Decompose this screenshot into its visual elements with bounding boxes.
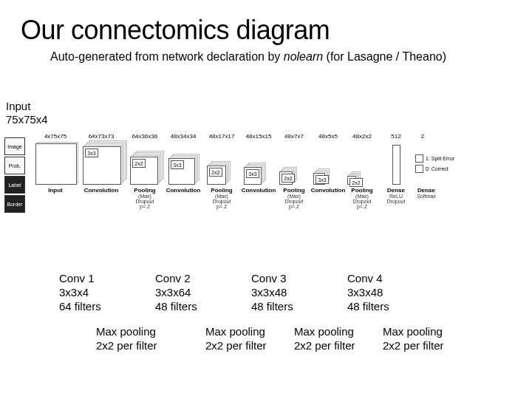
layer-stack bbox=[31, 142, 80, 185]
layer-convolution: 64x73x733x3Convolution bbox=[78, 133, 124, 194]
input-chip: Border bbox=[4, 195, 25, 213]
layer-dims: 48x2x2 bbox=[343, 133, 381, 140]
annotation-conv: Conv 23x3x6448 filters bbox=[155, 272, 197, 313]
layer-name: Dense bbox=[415, 187, 437, 194]
layer-hint: (Max) bbox=[275, 194, 313, 199]
layer-hint: ReLU bbox=[381, 194, 411, 199]
output-box bbox=[415, 154, 423, 163]
layer-stack: 3x3 bbox=[239, 142, 278, 185]
layer-name: Input bbox=[31, 187, 80, 194]
layer-name: Dense bbox=[381, 187, 411, 194]
layer-name: Convolution bbox=[78, 187, 124, 194]
layer-hint: p=.2 bbox=[202, 204, 241, 209]
layer-hint: Dropout bbox=[202, 199, 241, 204]
layer-input: 4x75x75Input bbox=[31, 133, 80, 194]
kernel-size: 2x2 bbox=[132, 159, 146, 168]
layer-dims: 48x34x34 bbox=[164, 133, 202, 140]
layer-hint: p=.2 bbox=[126, 204, 164, 209]
dense-bar bbox=[392, 145, 400, 185]
layer-hint: p=.2 bbox=[343, 204, 381, 209]
layer-pooling: 64x36x362x2Pooling(Max)Dropoutp=.2 bbox=[126, 133, 164, 209]
layer-convolution: 48x5x53x3Convolution bbox=[309, 133, 347, 194]
layer-dims: 512 bbox=[381, 133, 411, 140]
layer-convolution: 48x15x153x3Convolution bbox=[239, 133, 278, 194]
output-row: 0: Correct bbox=[415, 165, 449, 173]
kernel-size: 2x2 bbox=[282, 174, 295, 183]
layer-hint: Softmax bbox=[415, 194, 437, 199]
layer-stack: 3x3 bbox=[164, 142, 202, 185]
layer-stack: 3x3 bbox=[78, 142, 124, 185]
input-label-line2: 75x75x4 bbox=[6, 113, 48, 126]
layer-stack: 3x3 bbox=[309, 142, 347, 185]
annotation-pool: Max pooling2x2 per filter bbox=[205, 325, 267, 353]
annotation-conv: Conv 33x3x4848 filters bbox=[251, 272, 293, 313]
subtitle-pre: Auto-generated from network declaration … bbox=[50, 50, 284, 63]
kernel-size: 3x3 bbox=[316, 175, 329, 184]
annotation-conv: Conv 13x3x464 filters bbox=[59, 272, 101, 313]
page-title: Our connectomics diagram bbox=[21, 15, 511, 46]
layer-stack bbox=[381, 142, 411, 185]
layer-convolution: 48x34x343x3Convolution bbox=[164, 133, 202, 194]
subtitle-post: (for Lasagne / Theano) bbox=[323, 50, 446, 63]
layer-hint: Dropout bbox=[343, 199, 381, 204]
layer-stack: 2x2 bbox=[126, 142, 164, 185]
output-label: 1: Split Error bbox=[426, 156, 454, 161]
layer-dims: 48x5x5 bbox=[309, 133, 347, 140]
layer-hint: Dropout bbox=[275, 199, 313, 204]
annotation-pool: Max pooling2x2 per filter bbox=[383, 325, 444, 353]
layer-hint: (Max) bbox=[343, 194, 381, 199]
layer-hint: Dropout bbox=[381, 199, 411, 204]
input-label: Input 75x75x4 bbox=[6, 100, 48, 126]
layer-dims: 64x73x73 bbox=[78, 133, 124, 140]
layer-name: Pooling bbox=[126, 187, 164, 194]
annotation-conv: Conv 43x3x4848 filters bbox=[347, 272, 389, 313]
subtitle-em: nolearn bbox=[284, 50, 323, 63]
layer-hint: (Max) bbox=[126, 194, 164, 199]
layer-dims: 2 bbox=[415, 133, 430, 140]
layer-stack: 2x2 bbox=[202, 142, 241, 185]
output-stack: 1: Split Error0: Correct bbox=[415, 142, 497, 185]
layer-name: Pooling bbox=[343, 187, 381, 194]
layer-dims: 48x7x7 bbox=[275, 133, 313, 140]
annotation-pool: Max pooling2x2 per filter bbox=[294, 325, 355, 353]
input-chip: Label bbox=[4, 176, 25, 194]
kernel-size: 3x3 bbox=[246, 169, 259, 178]
input-chip: Prob. bbox=[4, 157, 25, 174]
layer-name: Pooling bbox=[275, 187, 313, 194]
layer-dims: 64x36x36 bbox=[126, 133, 164, 140]
layer-pooling: 48x2x22x2Pooling(Max)Dropoutp=.2 bbox=[343, 133, 381, 209]
kernel-size: 2x2 bbox=[209, 168, 222, 177]
kernel-size: 3x3 bbox=[171, 160, 184, 169]
output-label: 0: Correct bbox=[426, 166, 449, 171]
kernel-size: 2x2 bbox=[349, 178, 363, 187]
layer-name: Pooling bbox=[202, 187, 241, 194]
layer-stack: 2x2 bbox=[343, 142, 381, 185]
layer-name: Convolution bbox=[239, 187, 278, 194]
layer-hint: Dropout bbox=[126, 199, 164, 204]
kernel-size: 3x3 bbox=[85, 149, 98, 157]
layer-pooling: 48x17x172x2Pooling(Max)Dropoutp=.2 bbox=[202, 133, 241, 209]
layer-hint: (Max) bbox=[202, 194, 241, 199]
layer-hint: p=.2 bbox=[275, 204, 313, 209]
layer-name: Convolution bbox=[309, 187, 347, 194]
layer-dims: 4x75x75 bbox=[31, 133, 80, 140]
layer-name: Convolution bbox=[164, 187, 202, 194]
subtitle: Auto-generated from network declaration … bbox=[50, 50, 511, 64]
output-row: 1: Split Error bbox=[415, 154, 454, 163]
output-box bbox=[415, 165, 423, 173]
architecture-diagram: ImageProb.LabelBorder 4x75x75Input64x73x… bbox=[4, 133, 528, 259]
input-label-line1: Input bbox=[6, 100, 48, 113]
annotation-pool: Max pooling2x2 per filter bbox=[96, 325, 157, 353]
input-chip: Image bbox=[4, 137, 25, 155]
layer-pooling: 48x7x72x2Pooling(Max)Dropoutp=.2 bbox=[275, 133, 313, 209]
layer-stack: 2x2 bbox=[275, 142, 313, 185]
layer-dims: 48x17x17 bbox=[202, 133, 241, 140]
layer-dims: 48x15x15 bbox=[239, 133, 278, 140]
